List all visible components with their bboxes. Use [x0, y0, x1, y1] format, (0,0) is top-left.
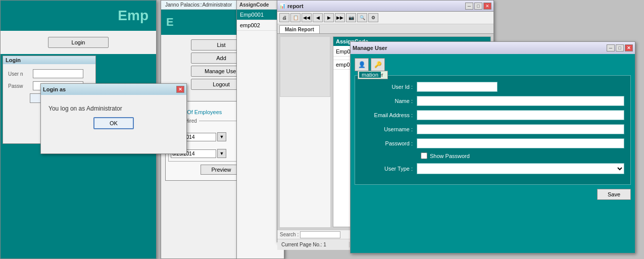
username-field-input[interactable] — [417, 124, 624, 134]
username-field-label: Username : — [361, 126, 417, 132]
to-calendar-button[interactable]: ▼ — [217, 149, 226, 158]
main-report-tab[interactable]: Main Report — [279, 25, 320, 33]
toolbar-next-button[interactable]: ▶ — [324, 13, 334, 22]
toolbar-print-button[interactable]: 🖨 — [279, 13, 289, 22]
password-label: Passw — [8, 83, 31, 89]
from-calendar-button[interactable]: ▼ — [217, 132, 226, 141]
report-minimize-button[interactable]: ─ — [465, 3, 473, 10]
username-row: Username : — [361, 124, 624, 134]
name-row: Name : — [361, 96, 624, 106]
search-input[interactable] — [300, 231, 340, 238]
report-close-button[interactable]: ✕ — [483, 3, 491, 10]
manage-user-form: Add User mation User Id : Name : Email A… — [355, 75, 631, 185]
email-row: Email Address : — [361, 110, 624, 120]
manage-user-title: Manage User — [353, 45, 387, 51]
dialog-titlebar: Login as ✕ — [41, 84, 186, 95]
user-type-row: User Type : Admin User — [361, 163, 624, 174]
current-page-status: Current Page No.: 1 — [277, 242, 350, 247]
user-id-label: User Id : — [361, 84, 417, 90]
emp-title: Emp — [1, 1, 156, 31]
save-button[interactable]: Save — [597, 189, 631, 200]
report-left-panel — [280, 36, 330, 227]
login-button[interactable]: Login — [48, 37, 109, 48]
email-label: Email Address : — [361, 112, 417, 118]
toolbar-search-button[interactable]: 🔍 — [357, 13, 367, 22]
mu-close-button[interactable]: ✕ — [625, 44, 633, 51]
user-type-label: User Type : — [361, 166, 417, 172]
dialog-message: You log on as Administrator — [48, 105, 122, 112]
password-field-input[interactable] — [417, 138, 624, 148]
show-password-row: Show Password — [361, 152, 624, 159]
form-section-legend: mation — [359, 72, 381, 78]
report-toolbar: 🖨 📋 ◀◀ ◀ ▶ ▶▶ 📷 🔍 ⚙ — [277, 12, 493, 24]
user-id-input[interactable] — [417, 82, 498, 92]
toolbar-last-button[interactable]: ▶▶ — [335, 13, 345, 22]
password-field-label: Password : — [361, 140, 417, 146]
toolbar-prev-button[interactable]: ◀ — [313, 13, 323, 22]
username-label: User n — [8, 71, 31, 77]
main-app-title: E — [166, 16, 174, 29]
show-password-checkbox[interactable] — [421, 152, 427, 159]
mu-user-icon-btn[interactable]: 👤 — [355, 58, 369, 71]
user-type-select[interactable]: Admin User — [417, 163, 624, 174]
mu-minimize-button[interactable]: ─ — [607, 44, 615, 51]
dialog-ok-button[interactable]: OK — [93, 117, 134, 129]
login-form-title: Login — [3, 56, 95, 64]
show-password-label: Show Password — [430, 153, 470, 159]
username-input[interactable] — [33, 69, 83, 78]
name-label: Name : — [361, 98, 417, 104]
toolbar-settings-button[interactable]: ⚙ — [368, 13, 378, 22]
manage-user-window: Manage User ─ □ ✕ 👤 🔑 Add User mation Us… — [350, 41, 635, 253]
report-window-icon: 📊 — [279, 3, 285, 9]
emp-title-text: Emp — [118, 8, 148, 24]
toolbar-first-button[interactable]: ◀◀ — [302, 13, 312, 22]
preview-button[interactable]: Preview — [201, 165, 241, 175]
report-titlebar: 📊 report ─ □ ✕ — [277, 1, 493, 12]
toolbar-copy-button[interactable]: 📋 — [290, 13, 301, 22]
report-window-title: report — [287, 3, 463, 9]
user-id-row: User Id : — [361, 82, 624, 92]
name-input[interactable] — [417, 96, 624, 106]
mu-key-icon-btn[interactable]: 🔑 — [371, 58, 385, 71]
manage-user-toolbar: 👤 🔑 — [355, 58, 631, 71]
save-row: Save — [355, 189, 631, 200]
password-row: Password : — [361, 138, 624, 148]
manage-user-titlebar: Manage User ─ □ ✕ — [351, 42, 635, 54]
search-label: Search : — [280, 232, 299, 237]
login-dialog: Login as ✕ You log on as Administrator O… — [40, 83, 187, 154]
mu-maximize-button[interactable]: □ — [616, 44, 624, 51]
email-input[interactable] — [417, 110, 624, 120]
report-tab-bar: Main Report — [277, 24, 493, 34]
dialog-title: Login as — [43, 86, 66, 92]
toolbar-snapshot-button[interactable]: 📷 — [346, 13, 356, 22]
report-maximize-button[interactable]: □ — [474, 3, 482, 10]
dialog-close-button[interactable]: ✕ — [176, 86, 184, 93]
manage-user-body: 👤 🔑 Add User mation User Id : Name : Ema… — [351, 54, 635, 253]
